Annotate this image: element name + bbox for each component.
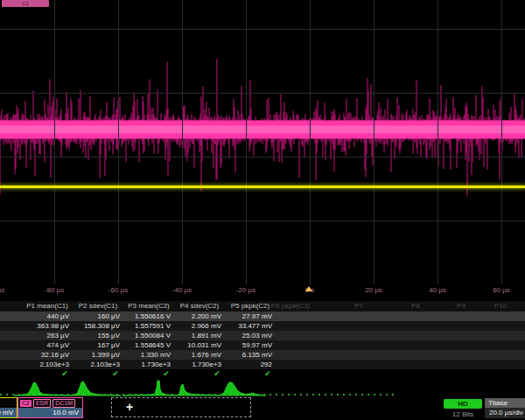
time-tick-label: 60 µs [482, 286, 521, 294]
max-cell: 1.558645 V [124, 340, 173, 350]
value-cell: 440 µV [23, 312, 72, 321]
num-cell: 292 [226, 360, 275, 369]
gridline-vertical [54, 0, 55, 284]
param-header-p7[interactable]: P7 [337, 301, 381, 311]
measure-row-num: 2.103e+3 2.103e+3 1.730e+3 1.730e+3 292 [0, 360, 525, 369]
c2-coupling-tag: DC1M [52, 399, 75, 408]
measure-header-row: P1 mean(C1) P2 sdev(C1) P3 mean(C2) P4 s… [0, 301, 525, 312]
measure-row-max: 474 µV 167 µV 1.558645 V 10.031 mV 59.97… [0, 340, 525, 350]
value-cell: 2.200 mV [175, 312, 224, 321]
plus-icon: + [126, 400, 133, 414]
time-tick-label: -100 µs [0, 286, 12, 294]
param-header-p4[interactable]: P4 sdev(C2) [175, 301, 224, 311]
min-cell: 263 µV [23, 331, 72, 340]
num-cell: 2.103e+3 [23, 360, 72, 369]
waveform-grid: C2 [0, 0, 525, 284]
measure-table: P1 mean(C1) P2 sdev(C1) P3 mean(C2) P4 s… [0, 300, 525, 379]
param-header-p8[interactable]: P8 [394, 301, 438, 311]
param-header-p9[interactable]: P9 [439, 301, 483, 311]
mean-cell: 33.477 mV [226, 321, 275, 331]
time-tick-label: 20 µs [354, 286, 393, 294]
c2-channel-tag: C2 [20, 400, 32, 407]
status-check-icon: ✔ [110, 369, 121, 379]
c1-descriptor-box[interactable]: C1 DC1M 10.0 mV [0, 397, 18, 418]
mean-cell: 158.308 µV [74, 321, 122, 331]
measure-row-min: 263 µV 155 µV 1.550084 V 1.891 mV 25.03 … [0, 331, 525, 340]
max-cell: 474 µV [23, 340, 72, 350]
gridline-horizontal [0, 157, 525, 158]
param-header-p2[interactable]: P2 sdev(C1) [74, 301, 122, 311]
gridline-horizontal [0, 93, 525, 94]
value-cell: 1.550616 V [124, 312, 173, 321]
gridline-vertical [501, 0, 502, 284]
measure-row-mean: 363.98 µV 158.308 µV 1.557591 V 2.966 mV… [0, 321, 525, 331]
trigger-time-marker-icon[interactable] [305, 286, 312, 291]
param-header-p6[interactable]: P6 pkpk(C3) [262, 301, 318, 311]
gridline-horizontal [0, 29, 525, 30]
time-tick-label: -60 µs [99, 286, 137, 294]
sdev-cell: 1.676 mV [175, 350, 224, 360]
max-cell: 10.031 mV [175, 340, 224, 350]
time-tick-label: -20 µs [227, 286, 265, 294]
c1-vdiv-value: 10.0 mV [0, 408, 17, 417]
min-cell: 155 µV [74, 331, 122, 340]
sdev-cell: 32.16 µV [23, 350, 72, 360]
sdev-cell: 1.399 µV [74, 350, 122, 360]
status-check-icon: ✔ [60, 369, 70, 379]
gridline-vertical [246, 0, 247, 284]
num-cell: 1.730e+3 [175, 360, 224, 369]
sdev-cell: 1.330 mV [124, 350, 173, 360]
c2-eres-tag: ESR [33, 399, 51, 408]
gridline-vertical [310, 0, 311, 284]
param-header-p11[interactable]: P1 [518, 301, 525, 311]
time-tick-label: -80 µs [35, 286, 74, 294]
max-cell: 59.97 mV [226, 340, 275, 350]
value-cell: 27.97 mV [226, 312, 275, 321]
gridline-vertical [118, 0, 119, 284]
channel-bar: C1 DC1M 10.0 mV C2 ESR DC1M 10.0 mV + HD… [0, 396, 525, 420]
hd-mode-badge[interactable]: HD [444, 399, 482, 409]
num-cell: 2.103e+3 [74, 360, 122, 369]
time-axis: -100 µs -80 µs -60 µs -40 µs -20 µs 0 s … [0, 284, 525, 300]
time-tick-label: 40 µs [418, 286, 457, 294]
status-check-icon: ✔ [161, 369, 172, 379]
timebase-panel[interactable]: Tbase 20.0 µs/div [485, 398, 525, 419]
max-cell: 167 µV [74, 340, 122, 350]
min-cell: 1.891 mV [175, 331, 224, 340]
gridline-horizontal [0, 220, 525, 221]
param-header-p1[interactable]: P1 mean(C1) [23, 301, 72, 311]
resolution-label: 12 Bits [444, 410, 482, 418]
c2-descriptor-box[interactable]: C2 ESR DC1M 10.0 mV [18, 397, 83, 418]
measure-row-sdev: 32.16 µV 1.399 µV 1.330 mV 1.676 mV 6.13… [0, 350, 525, 360]
min-cell: 25.03 mV [226, 331, 275, 340]
oscilloscope-screen: { "badge": { "text": "C2" }, "x_axis": {… [0, 0, 525, 420]
time-tick-label: -40 µs [163, 286, 201, 294]
status-check-icon: ✔ [212, 369, 222, 379]
measure-status-row: ✔ ✔ ✔ ✔ ✔ [0, 369, 525, 379]
param-header-p3[interactable]: P3 mean(C2) [124, 301, 173, 311]
gridline-vertical [438, 0, 438, 284]
gridline-vertical [374, 0, 374, 284]
c2-noise-center [0, 126, 525, 134]
mean-cell: 363.98 µV [23, 321, 72, 331]
status-check-icon: ✔ [262, 369, 273, 379]
timebase-label: Tbase [485, 398, 525, 408]
histicon-baseline [0, 394, 398, 396]
trace-label-badge[interactable]: C2 [2, 0, 49, 7]
min-cell: 1.550084 V [124, 331, 173, 340]
gridline-vertical [182, 0, 183, 284]
c1-trace [0, 186, 525, 188]
param-header-p10[interactable]: P10 [479, 301, 522, 311]
value-cell: 160 µV [74, 312, 122, 321]
c2-vdiv-value: 10.0 mV [18, 408, 82, 417]
mean-cell: 2.966 mV [175, 321, 224, 331]
measure-row-value: 440 µV 160 µV 1.550616 V 2.200 mV 27.97 … [0, 312, 525, 321]
waveform-traces [0, 0, 525, 284]
num-cell: 1.730e+3 [124, 360, 173, 369]
sdev-cell: 6.135 mV [226, 350, 275, 360]
mean-cell: 1.557591 V [124, 321, 173, 331]
add-channel-button[interactable]: + [111, 397, 251, 417]
timebase-value: 20.0 µs/div [485, 408, 525, 418]
